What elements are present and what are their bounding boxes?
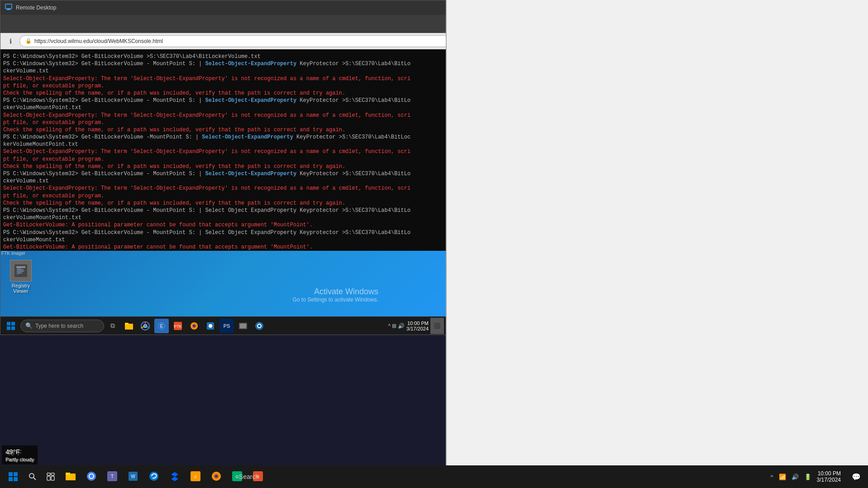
term-line-7b: ckerVolumeMount.txt — [3, 236, 444, 244]
svg-rect-46 — [47, 476, 50, 480]
host-system-tray: ^ 📶 🔊 🔋 10:00 PM 3/17/2024 💬 — [769, 469, 865, 485]
term-err-3b: pt file, or executable program. — [3, 156, 444, 163]
vm-desktop: FTK Imager RegistryViewer Activate Windo… — [0, 251, 446, 321]
svg-rect-12 — [11, 326, 15, 330]
svg-text:W: W — [131, 474, 135, 479]
vm-start-button[interactable] — [3, 318, 19, 334]
svg-rect-37 — [434, 323, 440, 329]
svg-rect-9 — [7, 322, 10, 325]
vm-taskbar: 🔍 Type here to search ⧉ E FTK — [0, 316, 446, 335]
svg-rect-10 — [11, 322, 15, 325]
host-search-button[interactable] — [24, 469, 41, 485]
svg-rect-11 — [7, 326, 10, 330]
term-err-4: Select-Object-ExpandProperty: The term '… — [3, 185, 444, 192]
host-taskbar: 49°F Partly cloudy T W — [0, 465, 868, 488]
term-err-6: Get-BitLockerVolume: A positional parame… — [3, 244, 444, 251]
browser-info-icon[interactable]: ℹ — [5, 36, 16, 47]
host-weather-condition: Partly cloudy — [5, 456, 34, 463]
host-taskview-button[interactable] — [43, 469, 59, 485]
term-line-5: PS C:\Windows\System32> Get-BitLockerVol… — [3, 170, 444, 177]
registry-viewer-icon[interactable]: RegistryViewer — [5, 260, 37, 294]
vm-taskbar-icons: ⧉ E FTK PS — [105, 319, 386, 333]
term-err-4c: Check the spelling of the name, or if a … — [3, 200, 444, 207]
svg-point-27 — [193, 325, 196, 327]
activate-windows-notice: Activate Windows Go to Settings to activ… — [293, 287, 378, 303]
svg-rect-38 — [9, 472, 13, 476]
vm-app10-button[interactable] — [252, 319, 267, 333]
host-app4-btn[interactable]: W — [123, 467, 143, 487]
host-edge-btn[interactable] — [144, 467, 164, 487]
browser-url-text: https://vcloud.wilmu.edu/cloud/WebMKSCon… — [34, 38, 163, 44]
svg-text:T: T — [111, 474, 114, 479]
vm-app5-button[interactable]: FTK — [171, 319, 185, 333]
term-err-3: Select-Object-ExpandProperty: The term '… — [3, 148, 444, 155]
vm-firefox-button[interactable] — [187, 319, 201, 333]
term-line-3: PS C:\Windows\System32> Get-BitLockerVol… — [3, 97, 444, 104]
host-tray-wifi[interactable]: 📶 — [777, 472, 788, 482]
term-line-4b: kerVolumeMountPoint.txt — [3, 141, 444, 148]
svg-rect-2 — [6, 10, 11, 10]
term-err-2b: pt file, or executable program. — [3, 119, 444, 126]
host-clock[interactable]: 10:00 PM 3/17/2024 — [817, 470, 841, 483]
vm-tray-speaker[interactable]: 🔊 — [398, 323, 405, 329]
term-err-2: Select-Object-ExpandProperty: The term '… — [3, 112, 444, 119]
term-line-2: PS C:\Windows\System32> Get-BitLockerVol… — [3, 60, 444, 67]
host-tray-chevron[interactable]: ^ — [769, 472, 775, 482]
vm-clock[interactable]: 10:00 PM 3/17/2024 — [406, 321, 429, 331]
vm-search-placeholder: Type here to search — [35, 323, 83, 329]
svg-point-52 — [90, 474, 93, 478]
svg-point-17 — [144, 325, 147, 327]
host-tray-speaker[interactable]: 🔊 — [790, 472, 801, 482]
vm-tray-icons: ^ ⊞ 🔊 — [388, 323, 405, 329]
svg-text:FTK: FTK — [174, 324, 182, 329]
host-notification-button[interactable]: 💬 — [848, 469, 864, 485]
host-date: 3/17/2024 — [817, 477, 841, 483]
svg-rect-44 — [47, 473, 50, 475]
host-tray-battery[interactable]: 🔋 — [802, 472, 813, 482]
vm-time: 10:00 PM — [406, 321, 429, 326]
rd-window-icon — [5, 3, 12, 12]
term-line-6b: ckerVolumeMountPoint.txt — [3, 214, 444, 221]
vm-search-box[interactable]: 🔍 Type here to search — [20, 320, 104, 332]
svg-rect-41 — [14, 477, 18, 481]
vm-app7-button[interactable] — [203, 319, 218, 333]
svg-rect-45 — [51, 473, 54, 475]
svg-text:E: E — [160, 324, 163, 329]
svg-rect-33 — [240, 324, 246, 328]
svg-marker-58 — [171, 472, 178, 481]
svg-rect-47 — [51, 476, 54, 480]
term-line-6: PS C:\Windows\System32> Get-BitLockerVol… — [3, 207, 444, 214]
vm-app9-button[interactable] — [236, 319, 250, 333]
svg-rect-39 — [14, 472, 18, 476]
host-start-button[interactable] — [4, 467, 23, 486]
vm-notification-button[interactable] — [430, 318, 444, 334]
host-search-label: Search — [239, 473, 259, 480]
host-file-explorer-btn[interactable] — [61, 467, 81, 487]
term-line-2b: ckerVolume.txt — [3, 67, 444, 75]
host-tray-icons: ^ 📶 🔊 🔋 — [769, 472, 813, 482]
host-chrome-btn[interactable] — [81, 467, 101, 487]
host-weather-widget: 49°F Partly cloudy — [2, 445, 38, 464]
host-time: 10:00 PM — [817, 470, 841, 477]
svg-rect-1 — [7, 9, 10, 10]
svg-point-42 — [29, 474, 34, 478]
host-teams-btn[interactable]: T — [102, 467, 122, 487]
svg-rect-0 — [5, 4, 12, 9]
vm-powershell-button[interactable]: PS — [219, 319, 234, 333]
host-dropbox-btn[interactable] — [165, 467, 185, 487]
svg-point-57 — [149, 472, 158, 481]
svg-rect-14 — [125, 323, 129, 325]
vm-app4-button[interactable]: E — [154, 319, 169, 333]
svg-rect-40 — [9, 477, 13, 481]
terminal[interactable]: PS C:\Windows\System32> Get-BitLockerVol… — [0, 49, 446, 251]
vm-tray-network[interactable]: ⊞ — [392, 323, 396, 329]
vm-tray-chevron[interactable]: ^ — [388, 323, 391, 329]
term-err-2c: Check the spelling of the name, or if a … — [3, 126, 444, 134]
term-err-3c: Check the spelling of the name, or if a … — [3, 163, 444, 170]
vm-chrome-button[interactable] — [138, 319, 153, 333]
host-search-label-area: Search — [186, 465, 312, 488]
vm-taskview-button[interactable]: ⧉ — [105, 319, 120, 333]
vm-search-icon: 🔍 — [25, 322, 33, 329]
vm-file-explorer-button[interactable] — [122, 319, 136, 333]
registry-viewer-image — [10, 260, 32, 282]
